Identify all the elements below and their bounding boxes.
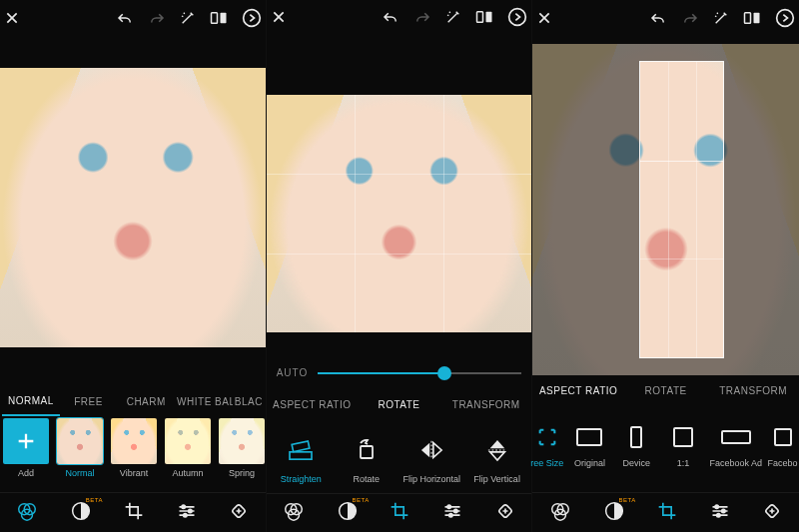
svg-rect-0	[211, 13, 217, 24]
tab-charm[interactable]: CHARM	[117, 396, 175, 407]
tab-normal[interactable]: NORMAL	[2, 386, 60, 416]
thumb-label: Autumn	[172, 468, 203, 478]
crop-selection[interactable]	[639, 61, 724, 359]
device-ratio-icon	[630, 422, 642, 452]
apply-icon[interactable]	[775, 8, 795, 28]
bottom-nav: BETA	[267, 493, 532, 532]
topbar	[532, 0, 799, 36]
tool-label: Straighten	[281, 474, 322, 484]
nav-adjust-icon[interactable]: BETA	[338, 501, 358, 525]
bottom-nav: BETA	[0, 492, 266, 532]
add-filter-button[interactable]: Add	[2, 418, 50, 478]
nav-heal-icon[interactable]	[762, 501, 782, 525]
tab-white-balance[interactable]: WHITE BALANCE	[175, 396, 233, 407]
close-icon[interactable]	[4, 10, 20, 26]
svg-point-9	[183, 513, 186, 516]
topbar	[0, 0, 266, 36]
tool-facebook-truncated[interactable]: Facebo	[768, 422, 798, 468]
straighten-slider-row: AUTO	[267, 355, 532, 390]
nav-heal-icon[interactable]	[495, 501, 515, 525]
svg-rect-1	[220, 13, 226, 24]
svg-point-7	[182, 505, 185, 508]
svg-point-23	[449, 514, 452, 517]
nav-adjust-icon[interactable]: BETA	[71, 501, 91, 525]
filter-autumn[interactable]: Autumn	[164, 418, 212, 478]
transform-tabs: ASPECT RATIO ROTATE TRANSFORM	[267, 390, 532, 419]
tool-label: Flip Horizontal	[402, 474, 460, 484]
svg-rect-12	[486, 12, 492, 23]
image-canvas[interactable]	[0, 68, 266, 347]
nav-crop-icon[interactable]	[390, 501, 409, 525]
tool-facebook-ad[interactable]: Facebook Ad	[709, 422, 763, 468]
redo-icon	[413, 10, 431, 24]
nav-filters-icon[interactable]	[283, 500, 305, 526]
undo-icon[interactable]	[116, 11, 134, 25]
rotate-tools: Straighten Rotate Flip Horizontal Flip V…	[267, 419, 532, 493]
image-canvas[interactable]	[267, 95, 532, 332]
tab-free[interactable]: FREE	[60, 396, 118, 407]
undo-icon[interactable]	[382, 10, 400, 24]
apply-icon[interactable]	[242, 8, 262, 28]
nav-filters-icon[interactable]	[16, 500, 38, 526]
slider-thumb[interactable]	[437, 366, 451, 380]
tool-label: Original	[574, 458, 605, 468]
magic-wand-icon[interactable]	[713, 10, 729, 26]
tool-device[interactable]: Device	[615, 422, 657, 468]
tab-black-truncated[interactable]: BLAC	[233, 396, 264, 407]
fb-ad-ratio-icon	[721, 422, 751, 452]
apply-icon[interactable]	[507, 7, 527, 27]
tool-rotate[interactable]: Rotate	[334, 432, 399, 484]
compare-icon[interactable]	[475, 9, 493, 25]
nav-sliders-icon[interactable]	[442, 501, 462, 525]
thumb-label: Spring	[229, 468, 255, 478]
tool-flip-horizontal[interactable]: Flip Horizontal	[400, 432, 464, 484]
tool-1-1[interactable]: 1:1	[662, 422, 704, 468]
transform-tabs: ASPECT RATIO ROTATE TRANSFORM	[532, 375, 799, 405]
tool-label: ree Size	[530, 458, 563, 468]
nav-crop-icon[interactable]	[124, 501, 144, 525]
tool-flip-vertical[interactable]: Flip Vertical	[464, 432, 529, 484]
compare-icon[interactable]	[210, 10, 228, 26]
filter-normal[interactable]: Normal	[56, 418, 104, 478]
tool-straighten[interactable]: Straighten	[269, 432, 334, 484]
tool-label: Facebo	[768, 458, 798, 468]
compare-icon[interactable]	[743, 10, 761, 26]
original-ratio-icon	[576, 422, 602, 452]
close-icon[interactable]	[536, 10, 552, 26]
tab-transform[interactable]: TRANSFORM	[442, 399, 529, 410]
tab-aspect-ratio[interactable]: ASPECT RATIO	[534, 385, 622, 396]
image-canvas[interactable]	[532, 44, 799, 375]
tab-aspect-ratio[interactable]: ASPECT RATIO	[269, 399, 356, 410]
tool-label: Flip Vertical	[473, 474, 520, 484]
tab-rotate[interactable]: ROTATE	[622, 385, 710, 396]
magic-wand-icon[interactable]	[445, 9, 461, 25]
fb-ratio-icon	[774, 422, 792, 452]
straighten-slider[interactable]	[318, 363, 521, 383]
beta-badge: BETA	[353, 497, 370, 503]
free-size-icon	[536, 422, 558, 452]
svg-rect-25	[744, 13, 750, 24]
nav-adjust-icon[interactable]: BETA	[604, 501, 624, 525]
tab-transform[interactable]: TRANSFORM	[709, 385, 797, 396]
magic-wand-icon[interactable]	[180, 10, 196, 26]
nav-heal-icon[interactable]	[229, 501, 249, 525]
nav-sliders-icon[interactable]	[177, 501, 197, 525]
tool-original[interactable]: Original	[568, 422, 610, 468]
svg-rect-15	[293, 441, 311, 452]
nav-sliders-icon[interactable]	[710, 501, 730, 525]
tool-free-size[interactable]: ree Size	[530, 422, 564, 468]
filter-vibrant[interactable]: Vibrant	[110, 418, 158, 478]
close-icon[interactable]	[271, 9, 287, 25]
nav-crop-icon[interactable]	[657, 501, 677, 525]
undo-icon[interactable]	[649, 11, 667, 25]
slider-fill	[318, 372, 444, 374]
topbar	[267, 0, 532, 35]
photo-preview	[267, 95, 532, 332]
svg-point-34	[716, 513, 719, 516]
filter-spring[interactable]: Spring	[218, 418, 266, 478]
tab-rotate[interactable]: ROTATE	[356, 399, 442, 410]
svg-point-8	[188, 509, 191, 512]
thumb-label: Vibrant	[120, 468, 148, 478]
nav-filters-icon[interactable]	[549, 500, 571, 526]
tool-label: Rotate	[354, 474, 381, 484]
